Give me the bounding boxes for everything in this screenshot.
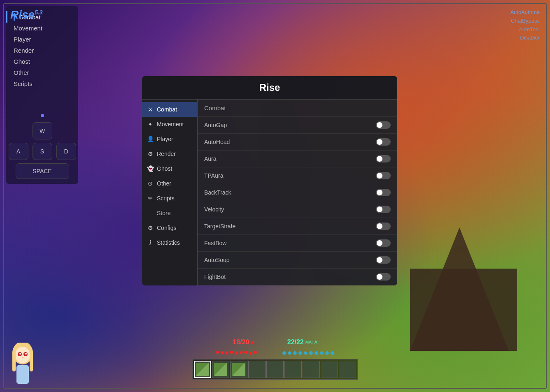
module-autogap-toggle[interactable] [376, 121, 391, 129]
nav-other-label: Other [157, 180, 171, 187]
module-autohead-toggle[interactable] [376, 138, 391, 146]
movement-icon: ✦ [147, 121, 154, 128]
heart-5: ♥ [234, 349, 238, 357]
app-title: Rise5.3 [10, 8, 43, 21]
orb-5: ◆ [303, 349, 308, 357]
svg-point-4 [19, 353, 21, 355]
module-fightbot: FightBot [198, 269, 397, 285]
nav-render-label: Render [157, 151, 176, 157]
sidebar-item-render[interactable]: Render [6, 45, 78, 56]
nav-ghost[interactable]: 👻 Ghost [142, 161, 197, 176]
hotbar-slot-4[interactable] [248, 361, 266, 378]
svg-rect-7 [16, 365, 29, 384]
module-velocity-label: Velocity [204, 206, 224, 213]
hotbar-slot-9[interactable] [339, 361, 356, 378]
svg-rect-9 [30, 351, 33, 371]
key-a[interactable]: A [9, 143, 28, 160]
hotbar-slot-5[interactable] [266, 361, 284, 378]
combat-icon: ⚔ [147, 106, 154, 113]
module-fastbow-toggle[interactable] [376, 239, 391, 247]
content-category-header: Combat [198, 100, 397, 117]
nav-store-label: Store [157, 210, 170, 216]
nav-player-label: Player [157, 136, 173, 142]
key-s[interactable]: S [33, 143, 52, 160]
orb-2: ◆ [287, 349, 292, 357]
nav-render[interactable]: ⚙ Render [142, 146, 197, 161]
module-backtrack-label: BackTrack [204, 189, 231, 196]
other-icon: ⊙ [147, 180, 154, 187]
module-fightbot-toggle[interactable] [376, 273, 391, 281]
module-tpaura-toggle[interactable] [376, 172, 391, 179]
module-autogap-label: AutoGap [204, 122, 227, 128]
module-autosoup-toggle[interactable] [376, 256, 391, 264]
mana-orbs-row: ◆ ◆ ◆ ◆ ◆ ◆ ◆ ◆ ◆ ◆ [282, 349, 335, 357]
sidebar-item-player[interactable]: Player [6, 34, 78, 45]
hotbar-slot-1[interactable] [194, 361, 211, 378]
heart-4: ♥ [230, 349, 234, 357]
module-targetstrafe-toggle[interactable] [376, 223, 391, 230]
sidebar-item-scripts[interactable]: Scripts [6, 78, 78, 89]
hotbar-slot-2[interactable] [212, 361, 229, 378]
module-fastbow: FastBow [198, 235, 397, 252]
sidebar-label-other: Other [14, 69, 29, 76]
sidebar-label-movement: Movement [14, 25, 42, 32]
hotbar-slot-3[interactable] [230, 361, 247, 378]
hotbar-slot-8[interactable] [321, 361, 338, 378]
nav-configs[interactable]: ⚙ Configs [142, 220, 197, 235]
sidebar-item-other[interactable]: Other [6, 67, 78, 78]
nav-combat-label: Combat [157, 106, 177, 113]
heart-7: ♥ [244, 349, 248, 357]
module-aura-label: Aura [204, 155, 217, 162]
nav-player[interactable]: 👤 Player [142, 132, 197, 146]
nav-scripts[interactable]: ✏ Scripts [142, 191, 197, 206]
nav-combat[interactable]: ⚔ Combat [142, 102, 197, 117]
rise-panel-header: Rise [142, 76, 397, 100]
nav-movement-label: Movement [157, 121, 184, 128]
module-fightbot-label: FightBot [204, 274, 226, 280]
hotbar-slot-6[interactable] [284, 361, 302, 378]
module-backtrack: BackTrack [198, 184, 397, 201]
orb-4: ◆ [298, 349, 303, 357]
svg-rect-8 [12, 351, 16, 371]
grass-block-icon-3 [232, 363, 245, 376]
top-right-menu: AutoAuthme ChatBypass AutoTool Disabler [510, 8, 540, 42]
module-autosoup-label: AutoSoup [204, 257, 230, 263]
menu-autoauthme[interactable]: AutoAuthme [510, 8, 540, 17]
module-autogap: AutoGap [198, 117, 397, 134]
key-space[interactable]: SPACE [16, 163, 69, 179]
module-aura: Aura [198, 151, 397, 167]
orb-6: ◆ [309, 349, 313, 357]
heart-8: ♥ [249, 349, 253, 357]
mana-text: 22/22 [287, 339, 304, 346]
module-backtrack-toggle[interactable] [376, 189, 391, 196]
orb-1: ◆ [282, 349, 287, 357]
sidebar-item-movement[interactable]: Movement [6, 23, 78, 34]
module-targetstrafe-label: TargetStrafe [204, 223, 235, 230]
orb-3: ◆ [293, 349, 297, 357]
character-avatar [6, 343, 39, 384]
menu-autotool[interactable]: AutoTool [510, 26, 540, 34]
nav-statistics[interactable]: i Statistics [142, 235, 197, 250]
nav-store[interactable]: Store [142, 206, 197, 220]
module-velocity-toggle[interactable] [376, 206, 391, 213]
left-sidebar: Combat Movement Player Render Ghost Othe… [6, 6, 78, 184]
module-autohead: AutoHead [198, 134, 397, 151]
module-velocity: Velocity [198, 201, 397, 218]
heart-2: ♥ [220, 349, 224, 357]
hotbar-slot-7[interactable] [303, 361, 320, 378]
nav-movement[interactable]: ✦ Movement [142, 117, 197, 132]
menu-chatbypass[interactable]: ChatBypass [510, 17, 540, 26]
health-heart-icon: ♥ [251, 339, 254, 346]
module-fastbow-label: FastBow [204, 240, 226, 246]
svg-point-5 [25, 353, 27, 355]
nav-other[interactable]: ⊙ Other [142, 176, 197, 191]
module-aura-toggle[interactable] [376, 155, 391, 162]
sidebar-item-ghost[interactable]: Ghost [6, 56, 78, 67]
module-autosoup: AutoSoup [198, 252, 397, 269]
hearts-row: ♥ ♥ ♥ ♥ ♥ ♥ ♥ ♥ ♥ [215, 349, 257, 357]
menu-disabler[interactable]: Disabler [510, 34, 540, 42]
rise-nav: ⚔ Combat ✦ Movement 👤 Player ⚙ Render 👻 … [142, 100, 198, 285]
key-w[interactable]: W [33, 122, 52, 139]
key-d[interactable]: D [56, 143, 76, 160]
hotbar [192, 359, 358, 380]
